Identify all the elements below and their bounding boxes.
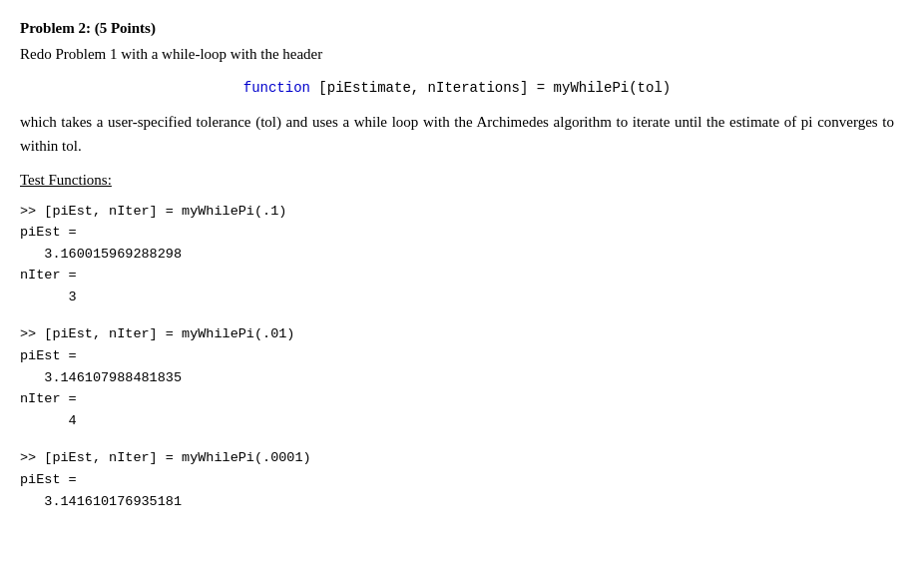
problem-section: Problem 2: (5 Points) Redo Problem 1 wit… bbox=[20, 20, 894, 512]
function-signature: [piEstimate, nIterations] = myWhilePi(to… bbox=[310, 80, 671, 96]
intro-text: Redo Problem 1 with a while-loop with th… bbox=[20, 43, 894, 66]
test-case-2-out-1: piEst = bbox=[20, 345, 894, 367]
test-case-3-out-2: 3.141610176935181 bbox=[20, 491, 894, 513]
function-keyword: function bbox=[243, 80, 310, 96]
problem-header: Problem 2: (5 Points) bbox=[20, 20, 894, 37]
test-case-1-call: >> [piEst, nIter] = myWhilePi(.1) bbox=[20, 201, 894, 223]
test-case-1-out-1: piEst = bbox=[20, 222, 894, 244]
test-case-1-out-2: 3.160015969288298 bbox=[20, 244, 894, 266]
test-case-2-out-3: nIter = bbox=[20, 388, 894, 410]
function-signature-block: function [piEstimate, nIterations] = myW… bbox=[20, 80, 894, 96]
test-case-3: >> [piEst, nIter] = myWhilePi(.0001) piE… bbox=[20, 447, 894, 512]
test-case-2-out-4: 4 bbox=[20, 410, 894, 432]
test-case-2-call: >> [piEst, nIter] = myWhilePi(.01) bbox=[20, 323, 894, 345]
test-case-2: >> [piEst, nIter] = myWhilePi(.01) piEst… bbox=[20, 323, 894, 431]
test-cases-list: >> [piEst, nIter] = myWhilePi(.1) piEst … bbox=[20, 201, 894, 513]
test-case-3-call: >> [piEst, nIter] = myWhilePi(.0001) bbox=[20, 447, 894, 469]
test-case-1-out-3: nIter = bbox=[20, 265, 894, 287]
test-case-2-out-2: 3.146107988481835 bbox=[20, 367, 894, 389]
test-case-1: >> [piEst, nIter] = myWhilePi(.1) piEst … bbox=[20, 201, 894, 308]
test-case-1-out-4: 3 bbox=[20, 287, 894, 308]
test-functions-label: Test Functions: bbox=[20, 172, 894, 189]
test-case-3-out-1: piEst = bbox=[20, 469, 894, 491]
description-text: which takes a user-specified tolerance (… bbox=[20, 110, 894, 158]
